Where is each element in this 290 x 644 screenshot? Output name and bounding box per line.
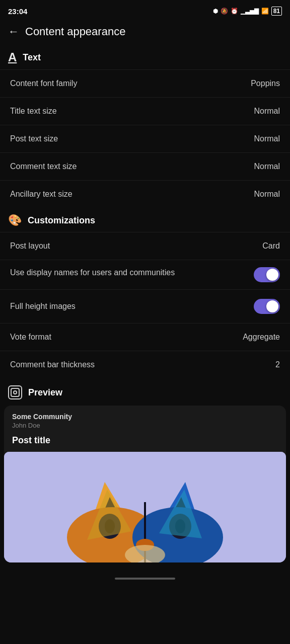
post-text-size-row[interactable]: Post text size Normal	[0, 125, 290, 152]
status-time: 23:04	[8, 7, 27, 16]
card-post-title: Post title	[4, 432, 286, 452]
card-community: Some Community	[12, 413, 278, 421]
vote-format-row[interactable]: Vote format Aggregate	[0, 323, 290, 351]
preview-section-header: Preview	[0, 380, 290, 406]
display-names-label: Use display names for users and communit…	[10, 267, 204, 278]
customizations-section-title: Customizations	[28, 215, 95, 226]
alarm-icon: ⏰	[231, 8, 238, 15]
title-text-size-row[interactable]: Title text size Normal	[0, 97, 290, 125]
customizations-section-rows: Post layout Card Use display names for u…	[0, 232, 290, 378]
post-text-size-value: Normal	[254, 134, 280, 143]
text-section-rows: Content font family Poppins Title text s…	[0, 69, 290, 208]
page-title: Content appearance	[25, 25, 125, 38]
ancillary-text-size-label: Ancillary text size	[10, 190, 254, 199]
ancillary-text-size-row[interactable]: Ancillary text size Normal	[0, 180, 290, 208]
preview-section-icon	[8, 385, 22, 399]
header: ← Content appearance	[0, 20, 290, 46]
post-layout-value: Card	[262, 242, 280, 251]
display-names-row[interactable]: Use display names for users and communit…	[0, 260, 290, 289]
text-section-header: A Text	[0, 46, 290, 69]
post-layout-row[interactable]: Post layout Card	[0, 232, 290, 260]
back-button[interactable]: ←	[8, 25, 19, 38]
content-font-family-value: Poppins	[251, 79, 280, 88]
status-bar: 23:04 ⬢ 🔕 ⏰ ▁▃▅▇ 📶 81	[0, 0, 290, 20]
full-height-images-row[interactable]: Full height images	[0, 289, 290, 323]
title-text-size-label: Title text size	[10, 107, 254, 116]
full-height-images-toggle[interactable]	[254, 299, 280, 314]
status-icons: ⬢ 🔕 ⏰ ▁▃▅▇ 📶 81	[213, 7, 282, 16]
customizations-section-icon: 🎨	[8, 214, 22, 227]
preview-section-title: Preview	[28, 387, 62, 398]
comment-bar-thickness-label: Comment bar thickness	[10, 360, 275, 369]
text-section-icon: A	[8, 50, 17, 64]
comment-text-size-label: Comment text size	[10, 162, 254, 171]
comment-text-size-row[interactable]: Comment text size Normal	[0, 152, 290, 180]
content-font-family-row[interactable]: Content font family Poppins	[0, 69, 290, 97]
preview-card: Some Community John Doe Post title	[4, 406, 286, 562]
comment-bar-thickness-value: 2	[275, 360, 280, 369]
display-names-toggle[interactable]	[254, 267, 280, 282]
vote-format-value: Aggregate	[243, 333, 280, 342]
display-names-toggle-thumb	[266, 269, 278, 281]
svg-point-1	[14, 391, 17, 394]
post-text-size-label: Post text size	[10, 134, 254, 143]
wifi-icon: 📶	[261, 8, 269, 15]
signal-icon: ▁▃▅▇	[241, 8, 259, 15]
vote-format-label: Vote format	[10, 333, 243, 342]
full-height-images-toggle-thumb	[266, 300, 278, 312]
battery-icon: 81	[271, 7, 282, 16]
home-bar	[115, 578, 175, 580]
display-names-toggle-track[interactable]	[254, 267, 280, 282]
card-meta: Some Community John Doe	[4, 406, 286, 432]
comment-bar-thickness-row[interactable]: Comment bar thickness 2	[0, 351, 290, 378]
home-indicator	[0, 573, 290, 583]
post-layout-label: Post layout	[10, 242, 262, 251]
card-author: John Doe	[12, 422, 278, 429]
bluetooth-icon: ⬢	[213, 8, 218, 15]
text-section-title: Text	[23, 52, 41, 63]
comment-text-size-value: Normal	[254, 162, 280, 171]
title-text-size-value: Normal	[254, 107, 280, 116]
customizations-section-header: 🎨 Customizations	[0, 210, 290, 232]
mute-icon: 🔕	[221, 8, 228, 15]
full-height-images-toggle-track[interactable]	[254, 299, 280, 314]
svg-rect-0	[11, 388, 19, 396]
full-height-images-label: Full height images	[10, 302, 254, 311]
preview-section: Preview Some Community John Doe Post tit…	[0, 380, 290, 562]
content-font-family-label: Content font family	[10, 79, 251, 88]
ancillary-text-size-value: Normal	[254, 190, 280, 199]
card-image	[4, 452, 286, 562]
